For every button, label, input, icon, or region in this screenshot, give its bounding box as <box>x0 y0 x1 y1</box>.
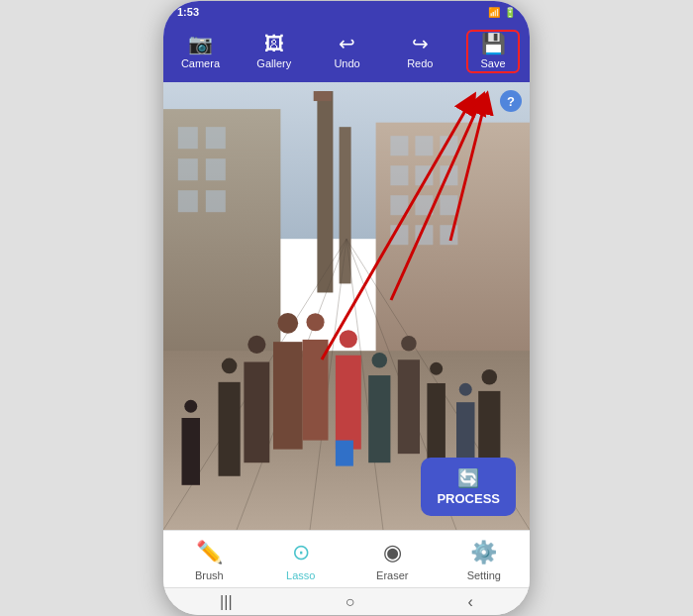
toolbar-gallery[interactable]: 🖼 Gallery <box>248 30 301 73</box>
gallery-label: Gallery <box>256 57 291 69</box>
brush-label: Brush <box>195 569 224 581</box>
main-image-area: ? 🔄 PROCESS <box>163 82 530 530</box>
nav-recent[interactable]: ||| <box>220 593 232 611</box>
redo-label: Redo <box>407 57 433 69</box>
top-toolbar: 📷 Camera 🖼 Gallery ↩ Undo ↪ Redo 💾 Save <box>163 23 530 82</box>
bottom-setting[interactable]: ⚙️ Setting <box>454 540 514 581</box>
help-button[interactable]: ? <box>500 90 522 112</box>
gallery-icon: 🖼 <box>264 34 284 53</box>
nav-bar: ||| ○ ‹ <box>163 587 530 615</box>
bottom-toolbar: ✏️ Brush ⊙ Lasso ◉ Eraser ⚙️ Setting <box>163 530 530 587</box>
toolbar-save[interactable]: 💾 Save <box>466 30 520 73</box>
help-icon: ? <box>507 94 515 109</box>
bottom-brush[interactable]: ✏️ Brush <box>179 540 239 581</box>
undo-label: Undo <box>334 57 359 69</box>
redo-icon: ↪ <box>412 34 429 53</box>
lasso-icon: ⊙ <box>292 540 310 565</box>
undo-icon: ↩ <box>339 34 355 53</box>
brush-icon: ✏️ <box>196 540 223 565</box>
setting-label: Setting <box>467 569 501 581</box>
camera-label: Camera <box>181 57 220 69</box>
bottom-eraser[interactable]: ◉ Eraser <box>362 540 422 581</box>
toolbar-undo[interactable]: ↩ Undo <box>321 30 374 73</box>
setting-icon: ⚙️ <box>470 540 497 565</box>
nav-back[interactable]: ‹ <box>468 593 473 611</box>
status-bar: 1:53 📶 🔋 <box>163 1 530 23</box>
status-time: 1:53 <box>177 6 199 18</box>
eraser-icon: ◉ <box>383 540 402 565</box>
status-icons: 📶 🔋 <box>488 7 516 18</box>
process-label: PROCESS <box>437 491 500 506</box>
nav-home[interactable]: ○ <box>346 593 355 611</box>
process-button[interactable]: 🔄 PROCESS <box>421 458 516 516</box>
eraser-label: Eraser <box>376 569 408 581</box>
save-icon: 💾 <box>481 34 506 53</box>
camera-icon: 📷 <box>188 34 213 53</box>
lasso-label: Lasso <box>286 569 315 581</box>
toolbar-camera[interactable]: 📷 Camera <box>173 30 228 73</box>
phone-container: 1:53 📶 🔋 📷 Camera 🖼 Gallery ↩ Undo ↪ Red… <box>163 1 530 615</box>
process-icon: 🔄 <box>457 467 479 489</box>
toolbar-redo[interactable]: ↪ Redo <box>393 30 446 73</box>
bottom-lasso[interactable]: ⊙ Lasso <box>271 540 331 581</box>
save-label: Save <box>481 57 506 69</box>
